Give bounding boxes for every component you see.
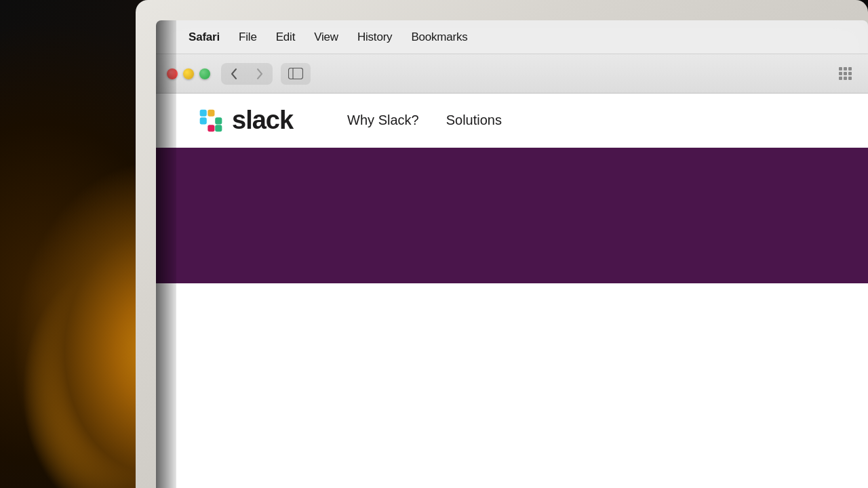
laptop-frame: Safari File Edit View History Bookmarks (136, 0, 868, 488)
bookmarks-menu[interactable]: Bookmarks (411, 30, 467, 44)
menubar: Safari File Edit View History Bookmarks (156, 20, 868, 54)
safari-menu[interactable]: Safari (189, 30, 220, 44)
slack-wordmark: slack (232, 106, 293, 135)
svg-rect-6 (215, 125, 222, 131)
why-slack-link[interactable]: Why Slack? (347, 113, 419, 128)
svg-rect-4 (208, 109, 214, 116)
extensions-button[interactable] (833, 63, 857, 85)
view-menu[interactable]: View (314, 30, 338, 44)
file-menu[interactable]: File (239, 30, 257, 44)
minimize-button[interactable] (183, 68, 194, 79)
grid-icon (839, 67, 852, 80)
edit-menu[interactable]: Edit (276, 30, 296, 44)
browser-toolbar (156, 54, 868, 94)
webpage-content: slack Why Slack? Solutions (156, 94, 868, 488)
slack-nav-links: Why Slack? Solutions (347, 113, 502, 128)
history-menu[interactable]: History (357, 30, 393, 44)
back-button[interactable] (221, 63, 247, 85)
solutions-link[interactable]: Solutions (446, 113, 502, 128)
maximize-button[interactable] (199, 68, 210, 79)
screen-area: Safari File Edit View History Bookmarks (156, 20, 868, 488)
svg-rect-3 (200, 117, 207, 124)
svg-rect-5 (215, 117, 222, 124)
svg-rect-2 (200, 109, 207, 116)
nav-buttons (221, 63, 273, 85)
slack-hero-section (156, 148, 868, 283)
sidebar-toggle-button[interactable] (281, 63, 311, 85)
forward-button[interactable] (247, 63, 273, 85)
svg-rect-0 (289, 68, 303, 79)
svg-rect-7 (208, 125, 214, 131)
slack-navbar: slack Why Slack? Solutions (156, 94, 868, 148)
bezel-shadow (156, 20, 176, 488)
slack-logo[interactable]: slack (197, 106, 293, 135)
